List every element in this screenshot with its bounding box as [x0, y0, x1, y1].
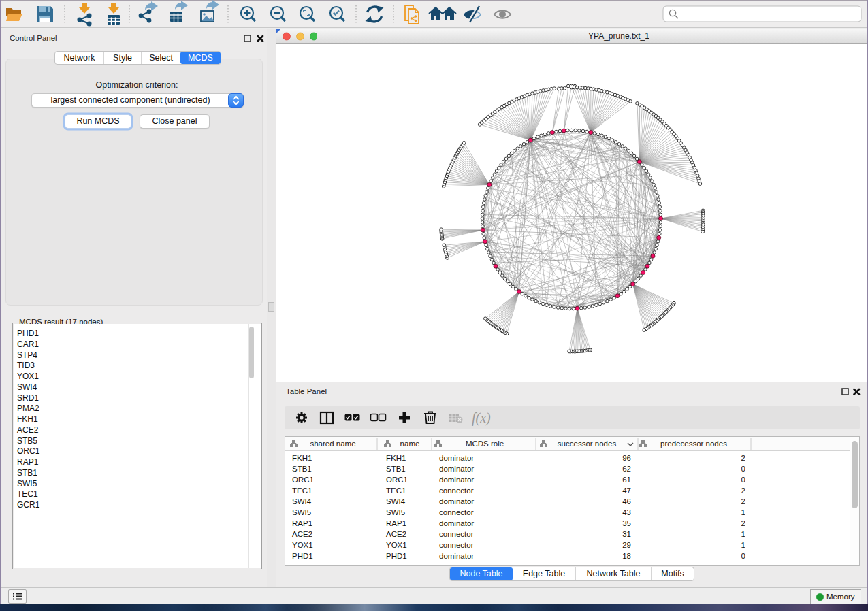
svg-text:dominator: dominator [439, 465, 474, 473]
svg-text:SWI4: SWI4 [292, 497, 312, 506]
svg-text:2: 2 [741, 486, 745, 495]
svg-text:1: 1 [741, 508, 745, 516]
svg-text:FKH1: FKH1 [292, 454, 312, 462]
svg-text:29: 29 [622, 541, 631, 549]
svg-text:dominator: dominator [439, 552, 474, 560]
svg-text:YOX1: YOX1 [292, 541, 313, 549]
svg-text:ORC1: ORC1 [386, 476, 408, 484]
svg-text:connector: connector [439, 530, 474, 538]
svg-text:PHD1: PHD1 [386, 552, 407, 560]
svg-text:RAP1: RAP1 [292, 519, 312, 527]
svg-text:predecessor nodes: predecessor nodes [660, 440, 727, 448]
svg-text:PHD1: PHD1 [292, 552, 313, 560]
svg-text:dominator: dominator [439, 476, 474, 484]
svg-text:RAP1: RAP1 [386, 519, 406, 527]
svg-text:ACE2: ACE2 [292, 530, 312, 538]
svg-text:1: 1 [741, 541, 745, 549]
svg-text:dominator: dominator [439, 519, 474, 527]
svg-text:1: 1 [741, 530, 745, 538]
svg-text:0: 0 [741, 552, 745, 560]
svg-text:connector: connector [439, 541, 474, 549]
svg-text:f(x): f(x) [472, 410, 491, 426]
svg-text:MCDS role: MCDS role [466, 440, 504, 448]
svg-text:successor nodes: successor nodes [558, 440, 617, 448]
svg-text:0: 0 [741, 465, 745, 473]
svg-text:31: 31 [622, 530, 631, 538]
svg-text:SWI5: SWI5 [386, 508, 405, 516]
svg-text:43: 43 [622, 508, 631, 516]
svg-text:shared name: shared name [310, 440, 355, 448]
svg-text:TEC1: TEC1 [292, 486, 312, 495]
svg-text:47: 47 [622, 486, 631, 495]
svg-text:ORC1: ORC1 [292, 476, 314, 484]
svg-text:TEC1: TEC1 [386, 486, 406, 495]
svg-text:2: 2 [741, 519, 745, 527]
svg-text:connector: connector [439, 486, 474, 495]
svg-text:2: 2 [741, 454, 745, 462]
svg-text:STB1: STB1 [386, 465, 406, 473]
svg-text:18: 18 [622, 552, 631, 560]
svg-text:SWI4: SWI4 [386, 497, 406, 506]
svg-text:96: 96 [622, 454, 631, 462]
svg-text:35: 35 [622, 519, 631, 527]
svg-text:dominator: dominator [439, 497, 474, 506]
svg-text:dominator: dominator [439, 454, 474, 462]
svg-text:connector: connector [439, 508, 474, 516]
svg-text:SWI5: SWI5 [292, 508, 311, 516]
svg-text:STB1: STB1 [292, 465, 312, 473]
svg-text:0: 0 [741, 476, 745, 484]
svg-text:YOX1: YOX1 [386, 541, 407, 549]
svg-text:62: 62 [622, 465, 631, 473]
svg-text:ACE2: ACE2 [386, 530, 406, 538]
svg-text:61: 61 [622, 476, 631, 484]
svg-text:name: name [400, 440, 420, 448]
svg-text:FKH1: FKH1 [386, 454, 406, 462]
svg-text:46: 46 [622, 497, 631, 506]
svg-text:2: 2 [741, 497, 745, 506]
